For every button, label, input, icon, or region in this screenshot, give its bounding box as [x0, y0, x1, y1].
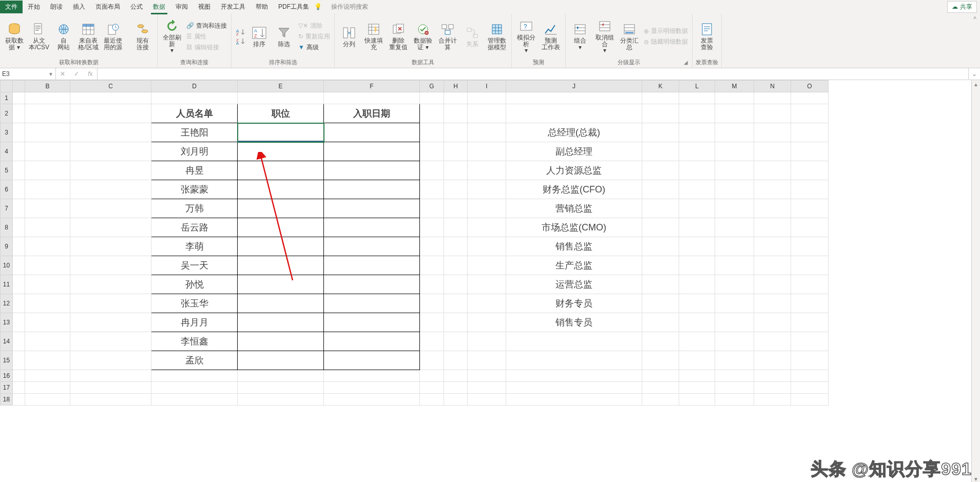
cell[interactable] [642, 237, 679, 256]
col-header[interactable]: D [151, 81, 238, 92]
cell[interactable] [13, 275, 25, 294]
cell[interactable] [13, 218, 25, 237]
cell[interactable] [70, 294, 151, 313]
existing-connections-button[interactable]: 现有 连接 [131, 22, 154, 50]
row-header[interactable]: 3 [1, 123, 13, 142]
col-header[interactable]: N [754, 81, 791, 92]
cell[interactable] [679, 394, 715, 406]
col-header[interactable]: G [420, 81, 444, 92]
cell[interactable] [324, 142, 420, 161]
cell[interactable] [715, 394, 754, 406]
cell[interactable] [679, 218, 715, 237]
from-text-csv-button[interactable]: 从文 本/CSV [28, 22, 50, 50]
scroll-up-icon[interactable]: ▲ [973, 80, 978, 88]
cell[interactable] [324, 294, 420, 313]
cell[interactable]: 王艳阳 [151, 123, 238, 142]
cell[interactable] [642, 382, 679, 394]
cell[interactable] [506, 370, 642, 382]
cell[interactable] [324, 123, 420, 142]
cell[interactable] [25, 104, 70, 123]
properties-button[interactable]: ☰属性 [185, 32, 228, 42]
cell[interactable] [13, 104, 25, 123]
cell[interactable] [151, 394, 238, 406]
cell[interactable] [151, 92, 238, 104]
cell[interactable] [13, 180, 25, 199]
menu-file[interactable]: 文件 [0, 1, 23, 13]
cell[interactable] [754, 275, 791, 294]
share-button[interactable]: ☁ 共享 [947, 1, 977, 13]
cell[interactable] [468, 237, 506, 256]
expand-formula-bar-button[interactable]: ⌄ [968, 68, 980, 80]
cell[interactable] [468, 199, 506, 218]
cell[interactable]: 市场总监(CMO) [506, 218, 642, 237]
col-header[interactable]: O [791, 81, 829, 92]
cell[interactable] [70, 394, 151, 406]
cell[interactable] [70, 142, 151, 161]
cell[interactable] [754, 142, 791, 161]
col-header[interactable]: E [238, 81, 324, 92]
cell[interactable] [25, 199, 70, 218]
cell[interactable] [238, 394, 324, 406]
cell[interactable] [791, 142, 829, 161]
row-header[interactable]: 1 [1, 92, 13, 104]
remove-duplicates-button[interactable]: 删除 重复值 [387, 22, 410, 50]
forecast-sheet-button[interactable]: 预测 工作表 [540, 22, 562, 50]
cell[interactable] [468, 104, 506, 123]
row-header[interactable]: 12 [1, 294, 13, 313]
cell[interactable] [13, 237, 25, 256]
cell[interactable] [444, 161, 468, 180]
namebox-dropdown-icon[interactable]: ▼ [48, 71, 53, 77]
vertical-scrollbar[interactable]: ▲ ▼ [971, 80, 980, 482]
cell[interactable] [715, 218, 754, 237]
cell[interactable] [324, 370, 420, 382]
reapply-button[interactable]: ↻重新应用 [297, 32, 331, 42]
formula-input[interactable] [98, 68, 968, 80]
col-header[interactable]: H [444, 81, 468, 92]
menu-help[interactable]: 帮助 [251, 1, 273, 13]
hide-detail-button[interactable]: ⊖隐藏明细数据 [643, 37, 689, 47]
cell[interactable] [420, 237, 444, 256]
row-header[interactable]: 17 [1, 382, 13, 394]
cell[interactable] [468, 382, 506, 394]
cell[interactable] [754, 313, 791, 332]
cell[interactable] [791, 370, 829, 382]
cell[interactable] [468, 275, 506, 294]
cell[interactable] [238, 313, 324, 332]
cell[interactable] [642, 351, 679, 370]
cell[interactable] [25, 394, 70, 406]
cell[interactable] [25, 370, 70, 382]
row-header[interactable]: 14 [1, 332, 13, 351]
cell[interactable] [642, 161, 679, 180]
cell[interactable] [642, 313, 679, 332]
cell[interactable] [70, 123, 151, 142]
cell[interactable] [642, 275, 679, 294]
scroll-down-icon[interactable]: ▼ [973, 475, 978, 482]
cell[interactable]: 冉月月 [151, 313, 238, 332]
cell[interactable] [25, 161, 70, 180]
cell[interactable] [754, 161, 791, 180]
menu-insert[interactable]: 插入 [68, 1, 90, 13]
cell[interactable] [25, 256, 70, 275]
cell[interactable] [420, 218, 444, 237]
cell[interactable] [238, 332, 324, 351]
cell[interactable] [715, 92, 754, 104]
cell[interactable] [754, 382, 791, 394]
cell[interactable] [754, 218, 791, 237]
cell[interactable]: 人员名单 [151, 104, 238, 123]
cell[interactable] [13, 161, 25, 180]
cell[interactable] [679, 237, 715, 256]
cell[interactable] [468, 332, 506, 351]
cell[interactable] [420, 275, 444, 294]
cell[interactable] [420, 180, 444, 199]
cell[interactable]: 李萌 [151, 237, 238, 256]
row-header[interactable]: 10 [1, 256, 13, 275]
cell[interactable] [444, 199, 468, 218]
cell[interactable] [13, 394, 25, 406]
cell[interactable] [468, 294, 506, 313]
cell[interactable]: 吴一天 [151, 256, 238, 275]
cell[interactable] [506, 92, 642, 104]
cell[interactable] [238, 199, 324, 218]
cell[interactable] [679, 370, 715, 382]
cell[interactable] [70, 199, 151, 218]
cell[interactable] [420, 256, 444, 275]
